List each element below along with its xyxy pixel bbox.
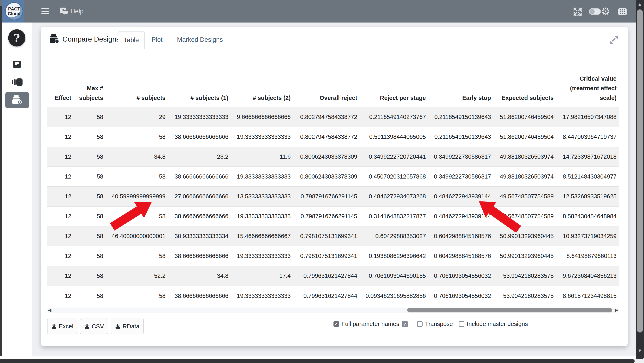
table-row[interactable]: 125840.5999999999999927.0666666666666613… — [47, 187, 619, 206]
table-cell: 19.33333333333333 — [231, 167, 293, 187]
table-cell: 0.7981075131699341 — [293, 246, 360, 266]
table-cell: 58 — [106, 206, 168, 226]
table-row[interactable]: 12585838.6666666666666619.33333333333333… — [47, 286, 619, 306]
sidebar-item-designs-icon[interactable] — [12, 78, 22, 86]
table-cell: 58 — [74, 167, 106, 187]
grid-apps-icon[interactable] — [618, 8, 627, 15]
table-cell: 52.2 — [106, 266, 168, 286]
table-cell: 38.66666666666666 — [168, 246, 231, 266]
help-badge-icon[interactable]: ? — [402, 321, 408, 327]
table-row[interactable]: 12585838.6666666666666619.33333333333333… — [47, 167, 619, 187]
tab-marked-designs[interactable]: Marked Designs — [177, 31, 223, 48]
horizontal-scroll-thumb[interactable] — [407, 308, 612, 313]
table-cell: 0.2116549150139643 — [428, 107, 494, 127]
checkbox-include-master-designs-unchecked[interactable] — [459, 321, 464, 327]
top-navbar — [0, 0, 644, 22]
table-cell: 58 — [106, 167, 168, 187]
column-header: # subjects (2) — [231, 63, 293, 107]
table-row[interactable]: 125852.234.817.40.7996316214278440.70616… — [47, 266, 619, 286]
table-cell: 58 — [74, 147, 106, 167]
table-cell: 0.799631621427844 — [293, 286, 360, 306]
table-cell: 8.64198879660113 — [556, 246, 619, 266]
table-cell: 12.53268933519625 — [556, 187, 619, 206]
download-icon — [115, 324, 120, 329]
table-cell: 0.5911398444065005 — [360, 127, 428, 147]
export-excel-button[interactable]: Excel — [47, 319, 78, 334]
table-row[interactable]: 12585838.6666666666666619.33333333333333… — [47, 206, 619, 226]
table-cell: 19.33333333333333 — [231, 127, 293, 147]
table-cell: 12 — [47, 187, 74, 206]
tab-table[interactable]: Table — [118, 31, 145, 49]
table-cell: 0.799631621427844 — [293, 266, 360, 286]
sidebar-item-boards-icon[interactable] — [13, 61, 21, 68]
table-cell: 19.33333333333333 — [231, 206, 293, 226]
table-cell: 49.56748507754589 — [494, 206, 556, 226]
theme-toggle-switch[interactable] — [589, 8, 601, 15]
column-header: Reject per stage — [360, 63, 428, 107]
vertical-scroll-thumb[interactable] — [637, 9, 643, 333]
page-horizontal-scrollbar[interactable] — [0, 359, 634, 363]
table-row[interactable]: 125834.823.211.60.80062430333783090.3499… — [47, 147, 619, 167]
settings-gear-icon[interactable]: ⚙ — [601, 6, 610, 17]
table-row[interactable]: 125846.4000000000000130.9333333333333415… — [47, 226, 619, 246]
table-cell: 40.59999999999999 — [106, 187, 168, 206]
table-cell: 51.86200746459504 — [494, 107, 556, 127]
export-rdata-button[interactable]: RData — [110, 319, 144, 334]
window-left-edge — [0, 6, 2, 359]
option-include-master-designs[interactable]: Include master designs — [459, 321, 528, 327]
scroll-up-arrow-icon[interactable]: ▲ — [636, 2, 644, 7]
tab-plot[interactable]: Plot — [152, 31, 162, 48]
table-cell: 9.672368404856213 — [556, 266, 619, 286]
table-cell: 0.6042988845168576 — [428, 246, 494, 266]
table-cell: 58 — [106, 286, 168, 306]
tab-table-label: Table — [124, 36, 139, 44]
sidebar — [2, 22, 32, 359]
scroll-down-arrow-icon[interactable]: ▼ — [636, 348, 644, 353]
panel-title-text: Compare Designs — [62, 35, 120, 43]
table-cell: 0.8027947584338772 — [293, 127, 360, 147]
table-horizontal-scrollbar[interactable]: ◀ ▶ — [47, 308, 619, 313]
table-cell: 0.6042988845168576 — [428, 226, 494, 246]
table-row[interactable]: 12585838.6666666666666619.33333333333333… — [47, 246, 619, 266]
compare-designs-icon: + — [12, 95, 22, 105]
table-cell: 58 — [74, 286, 106, 306]
table-cell: 0.4507020312657868 — [360, 167, 428, 187]
tab-plot-label: Plot — [152, 36, 162, 43]
sidebar-item-compare-designs-active[interactable]: + — [5, 92, 29, 108]
help-bubbles-icon: ? — [60, 7, 68, 15]
export-csv-button[interactable]: CSV — [80, 319, 108, 334]
panel-expand-icon[interactable] — [609, 35, 618, 44]
table-cell: 46.40000000000001 — [106, 226, 168, 246]
sidebar-toggle-hamburger-icon[interactable] — [42, 8, 49, 15]
export-csv-label: CSV — [92, 323, 104, 330]
table-cell: 15.46666666666667 — [231, 226, 293, 246]
table-cell: 38.66666666666666 — [168, 206, 231, 226]
table-cell: 0.7987916766291145 — [293, 187, 360, 206]
user-avatar[interactable]: ? — [8, 29, 26, 46]
fullscreen-arrows-icon[interactable] — [573, 7, 582, 16]
option-transpose[interactable]: Transpose — [417, 321, 453, 327]
table-row[interactable]: 12585838.6666666666666619.33333333333333… — [47, 127, 619, 147]
table-cell: 12 — [47, 206, 74, 226]
table-cell: 0.09346231695882856 — [360, 286, 428, 306]
table-cell: 0.2116549150139643 — [428, 127, 494, 147]
scroll-right-arrow-icon[interactable]: ▶ — [615, 308, 618, 313]
app-logo-tile[interactable]: PACT Cloud — [2, 0, 24, 22]
scroll-left-arrow-icon[interactable]: ◀ — [48, 308, 52, 313]
option-full-parameter-names[interactable]: ✓ Full parameter names ? — [334, 321, 408, 327]
checkbox-full-parameter-names-checked[interactable]: ✓ — [334, 321, 339, 327]
table-cell: 12 — [47, 286, 74, 306]
help-menu[interactable]: ? Help — [60, 6, 84, 16]
option-include-master-designs-label: Include master designs — [467, 321, 528, 327]
checkbox-transpose-unchecked[interactable] — [417, 321, 422, 327]
table-cell: 19.33333333333333 — [231, 286, 293, 306]
table-cell: 12 — [47, 246, 74, 266]
table-cell: 0.4846272943939144 — [428, 187, 494, 206]
table-row[interactable]: 12582919.333333333333339.666666666666666… — [47, 107, 619, 127]
logo-line2: Cloud — [8, 11, 20, 16]
designs-table-wrap: EffectMax # subjects# subjects# subjects… — [47, 63, 619, 306]
table-cell: 34.8 — [106, 147, 168, 167]
column-header: # subjects — [106, 63, 168, 107]
page-vertical-scrollbar[interactable]: ▲ ▼ — [636, 0, 644, 359]
table-cell: 17.98216507347088 — [556, 107, 619, 127]
